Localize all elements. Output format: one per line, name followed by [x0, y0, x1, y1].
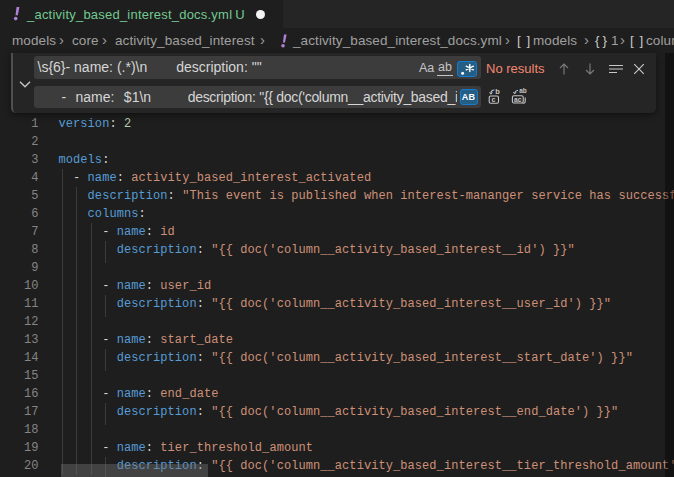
svg-text:ab: ab: [519, 88, 527, 94]
svg-text:ac: ac: [514, 96, 522, 103]
svg-text:c: c: [491, 96, 495, 103]
svg-text:b: b: [495, 88, 500, 96]
